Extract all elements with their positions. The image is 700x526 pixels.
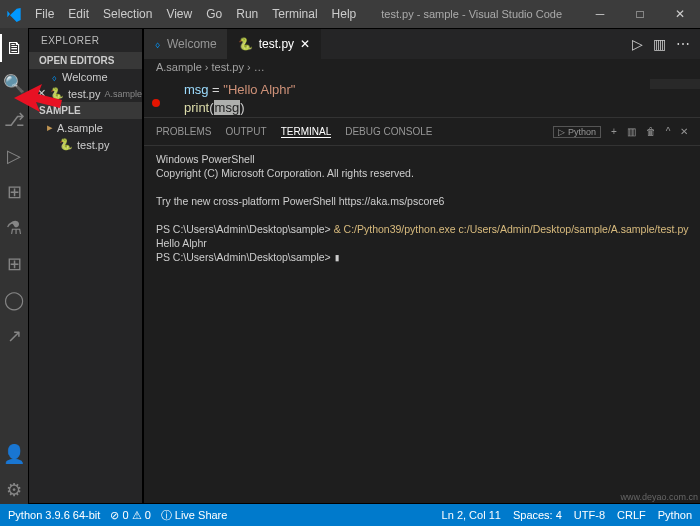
tab-label: Welcome: [167, 37, 217, 51]
open-editors-header[interactable]: OPEN EDITORS: [29, 52, 142, 69]
code-line-1[interactable]: msg = "Hello Alphr": [184, 81, 700, 99]
status-problems[interactable]: ⊘ 0 ⚠ 0: [110, 509, 150, 522]
maximize-panel-icon[interactable]: ^: [666, 126, 671, 137]
activity-bar: 🗎 🔍 ⎇ ▷ ⊞ ⚗ ⊞ ◯ ↗ 👤 ⚙: [0, 28, 28, 504]
tab-label: test.py: [259, 37, 294, 51]
tab-debug-console[interactable]: DEBUG CONSOLE: [345, 126, 432, 137]
tab-bar: ⬨ Welcome 🐍 test.py ✕ ▷ ▥ ⋯: [144, 29, 700, 59]
split-editor-icon[interactable]: ▥: [653, 36, 666, 52]
workspace-folder-header[interactable]: SAMPLE: [29, 102, 142, 119]
tab-testpy[interactable]: 🐍 test.py ✕: [228, 29, 321, 59]
close-icon[interactable]: ✕: [37, 87, 46, 100]
editor-group: ⬨ Welcome 🐍 test.py ✕ ▷ ▥ ⋯ A.sample › t…: [143, 28, 700, 504]
editor-actions: ▷ ▥ ⋯: [632, 29, 700, 59]
status-indentation[interactable]: Spaces: 4: [513, 509, 562, 521]
status-liveshare[interactable]: ⓘ Live Share: [161, 508, 228, 523]
run-debug-icon[interactable]: ▷: [0, 142, 28, 170]
close-button[interactable]: ✕: [660, 0, 700, 28]
menu-terminal[interactable]: Terminal: [265, 7, 324, 21]
github-icon[interactable]: ◯: [0, 286, 28, 314]
file-label: test.py: [77, 139, 109, 151]
watermark: www.deyao.com.cn: [620, 492, 698, 502]
status-cursor-position[interactable]: Ln 2, Col 11: [442, 509, 501, 521]
accounts-icon[interactable]: 👤: [0, 440, 28, 468]
file-a-sample[interactable]: ▸ A.sample: [29, 119, 142, 136]
python-icon: 🐍: [238, 37, 253, 51]
menu-selection[interactable]: Selection: [96, 7, 159, 21]
settings-gear-icon[interactable]: ⚙: [0, 476, 28, 504]
open-editor-testpy[interactable]: ✕ 🐍 test.py A.sample: [29, 85, 142, 102]
tab-output[interactable]: OUTPUT: [226, 126, 267, 137]
more-actions-icon[interactable]: ⋯: [676, 36, 690, 52]
maximize-button[interactable]: □: [620, 0, 660, 28]
menu-view[interactable]: View: [159, 7, 199, 21]
extensions-icon[interactable]: ⊞: [0, 178, 28, 206]
panel-tabs: PROBLEMS OUTPUT TERMINAL DEBUG CONSOLE ▷…: [144, 118, 700, 146]
menu-go[interactable]: Go: [199, 7, 229, 21]
python-icon: 🐍: [50, 87, 64, 100]
terminal-shell-dropdown[interactable]: ▷ Python: [553, 126, 601, 138]
panel: PROBLEMS OUTPUT TERMINAL DEBUG CONSOLE ▷…: [144, 117, 700, 287]
explorer-header: EXPLORER: [29, 29, 142, 52]
menu-bar: File Edit Selection View Go Run Terminal…: [28, 7, 363, 21]
tab-problems[interactable]: PROBLEMS: [156, 126, 212, 137]
tab-welcome[interactable]: ⬨ Welcome: [144, 29, 228, 59]
folder-icon: ▸: [47, 121, 53, 134]
menu-help[interactable]: Help: [325, 7, 364, 21]
breadcrumb[interactable]: A.sample › test.py › …: [144, 59, 700, 79]
open-editor-label: test.py: [68, 88, 100, 100]
menu-run[interactable]: Run: [229, 7, 265, 21]
status-python[interactable]: Python 3.9.6 64-bit: [8, 509, 100, 521]
python-icon: 🐍: [59, 138, 73, 151]
file-label: A.sample: [57, 122, 103, 134]
window-controls: ─ □ ✕: [580, 0, 700, 28]
close-tab-icon[interactable]: ✕: [300, 37, 310, 51]
open-editor-label: Welcome: [62, 71, 108, 83]
testing-icon[interactable]: ⚗: [0, 214, 28, 242]
search-icon[interactable]: 🔍: [0, 70, 28, 98]
status-encoding[interactable]: UTF-8: [574, 509, 605, 521]
source-control-icon[interactable]: ⎇: [0, 106, 28, 134]
menu-file[interactable]: File: [28, 7, 61, 21]
status-bar: Python 3.9.6 64-bit ⊘ 0 ⚠ 0 ⓘ Live Share…: [0, 504, 700, 526]
open-editor-welcome[interactable]: ⬨ Welcome: [29, 69, 142, 85]
kill-terminal-icon[interactable]: 🗑: [646, 126, 656, 137]
folder-badge: A.sample: [104, 89, 142, 99]
vscode-icon: ⬨: [51, 71, 58, 83]
tab-terminal[interactable]: TERMINAL: [281, 126, 332, 138]
status-eol[interactable]: CRLF: [617, 509, 646, 521]
explorer-icon[interactable]: 🗎: [0, 34, 28, 62]
new-terminal-icon[interactable]: +: [611, 126, 617, 137]
sidebar-explorer: EXPLORER OPEN EDITORS ⬨ Welcome ✕ 🐍 test…: [28, 28, 143, 504]
code-editor[interactable]: msg = "Hello Alphr" print(msg): [144, 79, 700, 117]
split-terminal-icon[interactable]: ▥: [627, 126, 636, 137]
titlebar: File Edit Selection View Go Run Terminal…: [0, 0, 700, 28]
file-testpy[interactable]: 🐍 test.py: [29, 136, 142, 153]
close-panel-icon[interactable]: ✕: [680, 126, 688, 137]
status-language[interactable]: Python: [658, 509, 692, 521]
menu-edit[interactable]: Edit: [61, 7, 96, 21]
code-line-2[interactable]: print(msg): [184, 99, 700, 117]
run-button-icon[interactable]: ▷: [632, 36, 643, 52]
minimize-button[interactable]: ─: [580, 0, 620, 28]
window-title: test.py - sample - Visual Studio Code: [363, 8, 580, 20]
vscode-icon: ⬨: [154, 37, 161, 51]
remote-icon[interactable]: ⊞: [0, 250, 28, 278]
breakpoint-icon[interactable]: [152, 99, 160, 107]
minimap[interactable]: [650, 79, 700, 89]
vscode-logo-icon: [0, 6, 28, 22]
terminal-output[interactable]: Windows PowerShell Copyright (C) Microso…: [144, 146, 700, 270]
liveshare-icon[interactable]: ↗: [0, 322, 28, 350]
